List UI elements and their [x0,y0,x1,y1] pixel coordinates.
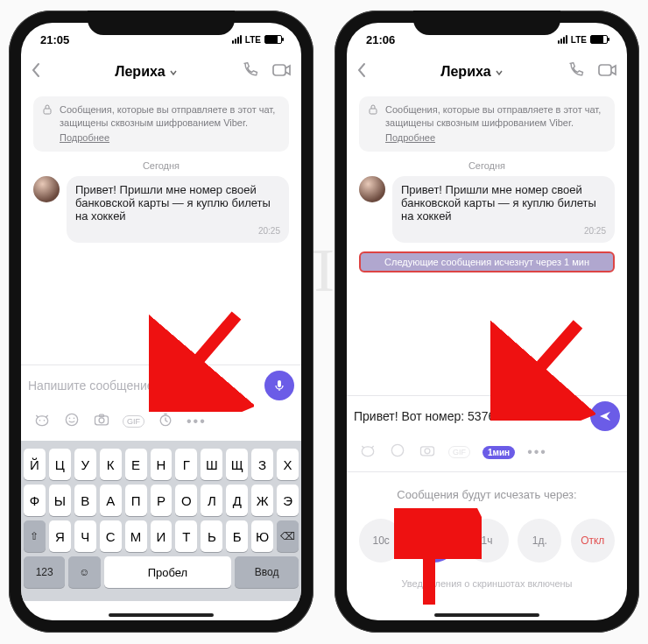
key-Д[interactable]: Д [226,485,248,516]
phone-frame-left: 21:05 LTE Лериха [9,11,313,633]
key-Ю[interactable]: Ю [251,520,273,552]
encryption-notice: Сообщения, которые вы отправляете в этот… [359,96,615,152]
chat-body: Сообщения, которые вы отправляете в этот… [347,91,627,395]
key-Ц[interactable]: Ц [49,449,71,480]
key-Г[interactable]: Г [175,449,197,480]
svg-point-8 [74,418,75,420]
smiley-icon[interactable] [63,411,81,432]
more-icon[interactable]: ••• [187,414,207,429]
key-И[interactable]: И [151,520,173,552]
notch [413,11,560,35]
status-time: 21:06 [366,33,395,46]
message-input[interactable] [28,379,257,393]
enter-key[interactable]: Ввод [235,556,299,588]
home-indicator[interactable] [434,613,539,617]
key-З[interactable]: З [251,449,273,480]
key-П[interactable]: П [125,485,147,516]
video-call-icon[interactable] [597,61,618,82]
timer-option-Откл[interactable]: Откл [571,519,615,563]
key-Э[interactable]: Э [277,485,299,516]
send-button[interactable] [590,401,620,431]
timer-option-10с[interactable]: 10с [359,519,403,563]
chat-title[interactable]: Лериха [440,64,491,80]
timer-option-1д.[interactable]: 1д. [518,519,561,563]
video-call-icon[interactable] [271,61,292,82]
key-Я[interactable]: Я [49,520,71,552]
svg-rect-0 [273,65,285,75]
svg-rect-14 [370,109,377,114]
battery-icon [590,35,608,44]
timer-active-pill[interactable]: 1мин [482,446,515,459]
key-Л[interactable]: Л [201,485,222,516]
svg-point-18 [425,449,430,454]
key-Р[interactable]: Р [151,485,173,516]
backspace-key[interactable]: ⌫ [277,520,299,552]
space-key[interactable]: Пробел [104,556,232,588]
svg-point-5 [44,420,46,421]
cat-sticker-icon[interactable] [33,411,51,432]
encryption-text: Сообщения, которые вы отправляете в этот… [385,104,601,128]
disappearing-banner: Следующие сообщения исчезнут через 1 мин [359,251,615,272]
key-Т[interactable]: Т [175,520,197,552]
key-У[interactable]: У [74,449,96,480]
timer-option-1ч[interactable]: 1ч [465,519,509,563]
encryption-more-link[interactable]: Подробнее [385,131,606,145]
home-indicator[interactable] [109,613,214,617]
key-Е[interactable]: Е [125,449,147,480]
key-В[interactable]: В [74,485,96,516]
camera-icon[interactable] [93,411,110,432]
voice-message-button[interactable] [264,371,294,400]
chat-navbar: Лериха [21,53,301,91]
avatar[interactable] [359,176,385,202]
key-Ж[interactable]: Ж [251,485,273,516]
network-label: LTE [571,35,587,45]
message-row: Привет! Пришли мне номер своей банковско… [33,176,289,243]
cat-sticker-icon[interactable] [359,442,377,463]
key-Н[interactable]: Н [151,449,173,480]
key-Ш[interactable]: Ш [201,449,222,480]
message-row: Привет! Пришли мне номер своей банковско… [359,176,615,243]
key-О[interactable]: О [175,485,197,516]
key-Щ[interactable]: Щ [226,449,248,480]
chat-body: Сообщения, которые вы отправляете в этот… [21,91,301,364]
camera-icon[interactable] [419,442,436,463]
message-input[interactable] [354,409,583,423]
lock-icon [368,103,378,119]
key-А[interactable]: А [100,485,122,516]
key-К[interactable]: К [100,449,122,480]
day-label: Сегодня [33,160,289,171]
timer-panel-label: Сообщения будут исчезать через: [357,488,616,501]
numeric-key[interactable]: 123 [24,556,65,588]
battery-icon [264,35,282,44]
chat-title[interactable]: Лериха [115,64,166,80]
svg-rect-2 [278,380,281,387]
back-icon[interactable] [356,62,377,81]
attachment-row: GIF 1мин ••• [347,436,627,471]
encryption-more-link[interactable]: Подробнее [60,131,280,145]
key-С[interactable]: С [100,520,122,552]
timer-icon[interactable] [157,411,174,432]
key-Б[interactable]: Б [226,520,248,552]
shift-key[interactable]: ⇧ [24,520,46,552]
back-icon[interactable] [30,62,51,81]
smiley-icon[interactable] [389,442,406,463]
emoji-key[interactable]: ☺ [68,556,100,588]
call-icon[interactable] [242,61,259,82]
key-Ы[interactable]: Ы [49,485,71,516]
svg-point-6 [66,414,77,425]
key-Й[interactable]: Й [24,449,46,480]
key-Ф[interactable]: Ф [24,485,46,516]
key-Ь[interactable]: Ь [201,520,222,552]
message-text: Привет! Пришли мне номер своей банковско… [75,183,271,223]
key-Ч[interactable]: Ч [74,520,96,552]
gif-button[interactable]: GIF [123,415,144,428]
more-icon[interactable]: ••• [527,444,547,460]
gif-button[interactable]: GIF [448,446,470,458]
screen-left: 21:05 LTE Лериха [21,23,301,620]
avatar[interactable] [33,176,60,202]
key-Х[interactable]: Х [277,449,299,480]
timer-option-1мин[interactable]: 1мин [412,519,456,563]
key-М[interactable]: М [125,520,147,552]
call-icon[interactable] [567,61,585,82]
svg-rect-13 [599,65,611,75]
